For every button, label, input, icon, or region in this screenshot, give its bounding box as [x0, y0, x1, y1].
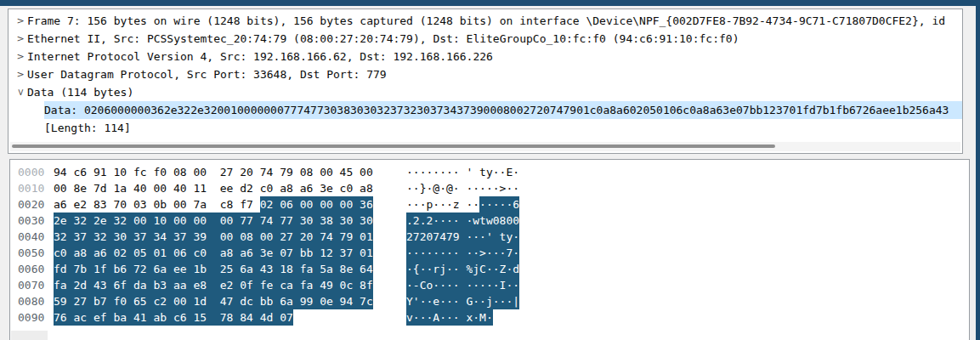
hex-row-0010[interactable]: 001000 8e 7d 1a 40 00 40 11 ee d2 c0 a8 … [10, 180, 969, 196]
detail-row-text: [Length: 114] [44, 119, 962, 137]
detail-row-ethernet[interactable]: >Ethernet II, Src: PCSSystemtec_20:74:79… [8, 30, 962, 48]
hex-row-0020[interactable]: 0020a6 e2 83 70 03 0b 00 7a c8 f7 02 06 … [10, 196, 969, 212]
hex-bytes[interactable]: 2e 32 2e 32 00 10 00 00 00 77 74 77 30 3… [54, 212, 373, 229]
hex-dump: 000094 c6 91 10 fc f0 08 00 27 20 74 79 … [10, 160, 969, 326]
detail-row-text: Ethernet II, Src: PCSSystemtec_20:74:79 … [27, 30, 962, 48]
packet-list-selected-row-edge [0, 0, 980, 6]
hex-bytes[interactable]: 59 27 b7 f0 65 c2 00 1d 47 dc bb 6a 99 0… [54, 293, 373, 309]
hex-ascii[interactable]: ········ ··>···7· [406, 245, 519, 261]
hex-ascii[interactable]: Y'··e··· G··j···| [406, 293, 519, 309]
expand-arrow-icon[interactable]: > [14, 30, 27, 48]
hex-ascii[interactable]: 27207479 ···' ty· [406, 229, 519, 245]
hex-offset: 0080 [18, 293, 44, 309]
details-scrollbar-thumb[interactable] [12, 144, 775, 148]
hex-offset: 0020 [18, 196, 44, 212]
detail-row-text: Data: 0206000000362e322e3200100000007774… [44, 101, 962, 119]
hex-row-0040[interactable]: 004032 37 32 30 37 34 37 39 00 08 00 27 … [10, 229, 969, 245]
hex-row-0070[interactable]: 0070fa 2d 43 6f da b3 aa e8 e2 0f fe ca … [10, 277, 969, 293]
detail-row-data-header[interactable]: >Data (114 bytes) [8, 83, 962, 101]
hex-row-0050[interactable]: 0050c0 a8 a6 02 05 01 06 c0 a8 a6 3e 07 … [10, 245, 969, 261]
hex-row-0090[interactable]: 009076 ac ef ba 41 ab c6 15 78 84 4d 07v… [10, 309, 969, 326]
detail-row-udp[interactable]: >User Datagram Protocol, Src Port: 33648… [8, 65, 962, 83]
window-right-edge [976, 0, 980, 340]
bytes-pane-corner [11, 331, 48, 340]
hex-bytes[interactable]: a6 e2 83 70 03 0b 00 7a c8 f7 02 06 00 0… [54, 196, 373, 212]
detail-row-ip[interactable]: >Internet Protocol Version 4, Src: 192.1… [8, 48, 962, 65]
hex-bytes[interactable]: 76 ac ef ba 41 ab c6 15 78 84 4d 07 [54, 309, 293, 326]
hex-offset: 0050 [18, 245, 44, 261]
hex-row-0080[interactable]: 008059 27 b7 f0 65 c2 00 1d 47 dc bb 6a … [10, 293, 969, 309]
hex-bytes[interactable]: fa 2d 43 6f da b3 aa e8 e2 0f fe ca fa 4… [54, 277, 373, 293]
hex-ascii[interactable]: ·-Co···· ·····I·· [406, 277, 519, 293]
hex-bytes[interactable]: c0 a8 a6 02 05 01 06 c0 a8 a6 3e 07 bb 1… [54, 245, 373, 261]
detail-row-length-field[interactable]: [Length: 114] [8, 119, 962, 137]
detail-row-text: Frame 7: 156 bytes on wire (1248 bits), … [27, 12, 962, 30]
packet-bytes-pane: 000094 c6 91 10 fc f0 08 00 27 20 74 79 … [9, 159, 970, 340]
hex-offset: 0030 [18, 212, 44, 229]
hex-offset: 0000 [18, 164, 44, 180]
hex-offset: 0070 [18, 277, 44, 293]
detail-row-text: Data (114 bytes) [27, 83, 962, 101]
hex-bytes[interactable]: fd 7b 1f b6 72 6a ee 1b 25 6a 43 18 fa 5… [54, 261, 373, 277]
hex-row-0030[interactable]: 00302e 32 2e 32 00 10 00 00 00 77 74 77 … [10, 212, 969, 229]
hex-offset: 0060 [18, 261, 44, 277]
detail-row-text: User Datagram Protocol, Src Port: 33648,… [27, 65, 962, 83]
hex-ascii[interactable]: ·{··rj·· %jC··Z·d [406, 261, 519, 277]
expand-arrow-icon[interactable]: > [14, 12, 27, 30]
expand-arrow-icon[interactable]: > [14, 48, 27, 65]
collapse-arrow-icon[interactable]: > [12, 86, 30, 99]
hex-offset: 0090 [18, 309, 44, 326]
hex-ascii[interactable]: v···A··· x·M· [406, 309, 493, 326]
hex-ascii[interactable]: .2.2···· ·wtw0800 [406, 212, 519, 229]
details-horizontal-scrollbar[interactable] [10, 142, 960, 151]
hex-row-0000[interactable]: 000094 c6 91 10 fc f0 08 00 27 20 74 79 … [10, 164, 969, 180]
hex-ascii[interactable]: ········ ' ty··E· [406, 164, 519, 180]
hex-bytes[interactable]: 00 8e 7d 1a 40 00 40 11 ee d2 c0 a8 a6 3… [54, 180, 373, 196]
hex-ascii[interactable]: ···p···z ·······6 [406, 196, 519, 212]
hex-row-0060[interactable]: 0060fd 7b 1f b6 72 6a ee 1b 25 6a 43 18 … [10, 261, 969, 277]
hex-offset: 0010 [18, 180, 44, 196]
expand-arrow-icon[interactable]: > [14, 65, 27, 83]
detail-row-frame[interactable]: >Frame 7: 156 bytes on wire (1248 bits),… [8, 12, 962, 30]
hex-bytes[interactable]: 32 37 32 30 37 34 37 39 00 08 00 27 20 7… [54, 229, 373, 245]
hex-offset: 0040 [18, 229, 44, 245]
packet-details-pane: >Frame 7: 156 bytes on wire (1248 bits),… [8, 8, 963, 154]
detail-row-data-field[interactable]: Data: 0206000000362e322e3200100000007774… [8, 101, 962, 119]
detail-row-text: Internet Protocol Version 4, Src: 192.16… [27, 48, 962, 65]
packet-details-tree: >Frame 7: 156 bytes on wire (1248 bits),… [8, 9, 962, 137]
hex-ascii[interactable]: ··}·@·@· ·····>·· [406, 180, 519, 196]
hex-bytes[interactable]: 94 c6 91 10 fc f0 08 00 27 20 74 79 08 0… [54, 164, 373, 180]
